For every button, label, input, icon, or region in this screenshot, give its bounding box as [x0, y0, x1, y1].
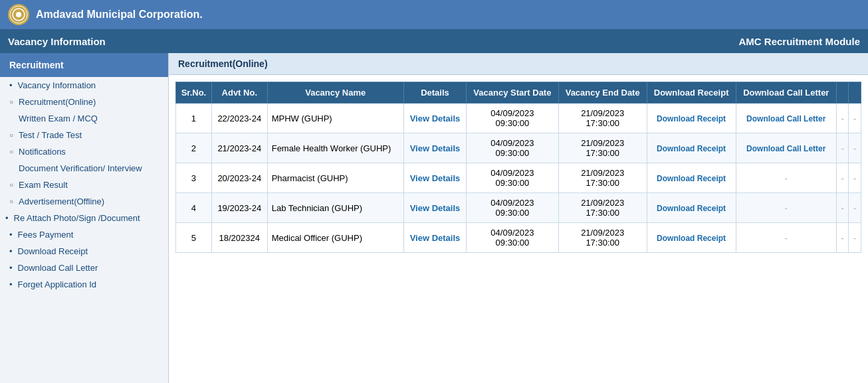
table-row: 1 22/2023-24 MPHW (GUHP) View Details 04…	[176, 104, 861, 133]
sidebar-item-written-exam[interactable]: Written Exam / MCQ	[0, 110, 168, 127]
main-title: Recruitment(Online)	[169, 53, 868, 75]
download-receipt-link[interactable]: Download Receipt	[657, 144, 726, 153]
sidebar-item-label: Re Attach Photo/Sign /Document	[14, 213, 140, 223]
sidebar: Recruitment Vacancy Information Recruitm…	[0, 53, 169, 383]
col-details: Details	[403, 82, 466, 104]
view-details-link[interactable]: View Details	[410, 173, 461, 183]
col-download-receipt: Download Receipt	[647, 82, 736, 104]
download-receipt-link[interactable]: Download Receipt	[657, 234, 726, 243]
table-row: 3 20/2023-24 Pharmacist (GUHP) View Deta…	[176, 163, 861, 193]
sidebar-item-label: Recruitment(Online)	[19, 97, 96, 107]
cell-start-date: 04/09/202309:30:00	[467, 223, 558, 253]
view-details-link[interactable]: View Details	[410, 233, 461, 243]
sidebar-heading: Recruitment	[0, 53, 168, 77]
nav-left-label: Vacancy Information	[8, 36, 106, 47]
cell-advt: 20/2023-24	[211, 163, 267, 193]
sidebar-item-label: Forget Application Id	[18, 279, 97, 289]
cell-details[interactable]: View Details	[403, 133, 466, 163]
sidebar-item-test-trade[interactable]: Test / Trade Test	[0, 127, 168, 143]
cell-download-receipt[interactable]: Download Receipt	[647, 223, 736, 253]
sidebar-item-label: Download Receipt	[18, 246, 88, 256]
cell-download-call: -	[736, 163, 836, 193]
download-call-link[interactable]: Download Call Letter	[746, 144, 825, 153]
cell-extra1: -	[837, 104, 849, 133]
cell-vacancy-name: Lab Technician (GUHP)	[267, 193, 403, 223]
cell-download-receipt[interactable]: Download Receipt	[647, 133, 736, 163]
nav-bar: Vacancy Information AMC Recruitment Modu…	[0, 29, 868, 53]
sidebar-item-label: Fees Payment	[18, 230, 74, 240]
download-receipt-link[interactable]: Download Receipt	[657, 174, 726, 183]
cell-download-receipt[interactable]: Download Receipt	[647, 193, 736, 223]
col-end-date: Vacancy End Date	[558, 82, 647, 104]
header: Amdavad Municipal Corporation.	[0, 0, 868, 29]
cell-download-call[interactable]: Download Call Letter	[736, 133, 836, 163]
sidebar-item-label: Advertisement(Offline)	[19, 196, 104, 206]
col-download-call: Download Call Letter	[736, 82, 836, 104]
sidebar-item-exam-result[interactable]: Exam Result	[0, 177, 168, 193]
logo	[8, 4, 29, 25]
cell-extra1: -	[837, 193, 849, 223]
cell-end-date: 21/09/202317:30:00	[558, 223, 647, 253]
cell-extra2: -	[849, 163, 861, 193]
sidebar-item-label: Written Exam / MCQ	[19, 114, 98, 123]
sidebar-item-label: Exam Result	[19, 180, 68, 190]
download-receipt-link[interactable]: Download Receipt	[657, 114, 726, 123]
cell-advt: 21/2023-24	[211, 133, 267, 163]
sidebar-item-reattach-photo[interactable]: Re Attach Photo/Sign /Document	[0, 210, 168, 226]
cell-extra2: -	[849, 223, 861, 253]
dash: -	[785, 173, 788, 183]
cell-download-call[interactable]: Download Call Letter	[736, 104, 836, 133]
nav-right-label: AMC Recruitment Module	[738, 36, 860, 47]
cell-end-date: 21/09/202317:30:00	[558, 133, 647, 163]
table-row: 2 21/2023-24 Female Health Worker (GUHP)…	[176, 133, 861, 163]
col-extra1	[837, 82, 849, 104]
cell-details[interactable]: View Details	[403, 104, 466, 133]
download-call-link[interactable]: Download Call Letter	[746, 114, 825, 123]
view-details-link[interactable]: View Details	[410, 203, 461, 213]
col-advt: Advt No.	[211, 82, 267, 104]
cell-details[interactable]: View Details	[403, 163, 466, 193]
table-row: 4 19/2023-24 Lab Technician (GUHP) View …	[176, 193, 861, 223]
cell-advt: 22/2023-24	[211, 104, 267, 133]
cell-vacancy-name: Pharmacist (GUHP)	[267, 163, 403, 193]
cell-extra1: -	[837, 163, 849, 193]
sidebar-item-label: Notifications	[19, 147, 66, 157]
cell-srno: 5	[176, 223, 212, 253]
cell-extra2: -	[849, 104, 861, 133]
cell-vacancy-name: MPHW (GUHP)	[267, 104, 403, 133]
view-details-link[interactable]: View Details	[410, 114, 461, 123]
cell-srno: 3	[176, 163, 212, 193]
cell-details[interactable]: View Details	[403, 223, 466, 253]
cell-download-receipt[interactable]: Download Receipt	[647, 163, 736, 193]
sidebar-item-label: Download Call Letter	[18, 263, 98, 273]
download-receipt-link[interactable]: Download Receipt	[657, 204, 726, 213]
sidebar-item-recruitment-online[interactable]: Recruitment(Online)	[0, 94, 168, 110]
cell-vacancy-name: Female Health Worker (GUHP)	[267, 133, 403, 163]
cell-start-date: 04/09/202309:30:00	[467, 163, 558, 193]
sidebar-item-fees-payment[interactable]: Fees Payment	[0, 226, 168, 243]
sidebar-item-label: Document Verification/ Interview	[19, 163, 142, 173]
table-row: 5 18/202324 Medical Officer (GUHP) View …	[176, 223, 861, 253]
sidebar-item-vacancy-info[interactable]: Vacancy Information	[0, 77, 168, 94]
main-content: Recruitment(Online) Sr.No. Advt No. Vaca…	[169, 53, 868, 383]
layout: Recruitment Vacancy Information Recruitm…	[0, 53, 868, 383]
sidebar-item-forget-application-id[interactable]: Forget Application Id	[0, 276, 168, 293]
cell-srno: 4	[176, 193, 212, 223]
sidebar-item-label: Test / Trade Test	[19, 130, 82, 140]
sidebar-item-advertisement-offline[interactable]: Advertisement(Offline)	[0, 193, 168, 210]
dash: -	[785, 233, 788, 243]
cell-advt: 19/2023-24	[211, 193, 267, 223]
cell-srno: 1	[176, 104, 212, 133]
cell-extra1: -	[837, 223, 849, 253]
cell-extra1: -	[837, 133, 849, 163]
view-details-link[interactable]: View Details	[410, 143, 461, 153]
cell-start-date: 04/09/202309:30:00	[467, 133, 558, 163]
sidebar-item-download-call-letter[interactable]: Download Call Letter	[0, 260, 168, 276]
cell-advt: 18/202324	[211, 223, 267, 253]
sidebar-item-notifications[interactable]: Notifications	[0, 143, 168, 160]
sidebar-item-doc-verification[interactable]: Document Verification/ Interview	[0, 160, 168, 177]
cell-details[interactable]: View Details	[403, 193, 466, 223]
sidebar-item-download-receipt[interactable]: Download Receipt	[0, 243, 168, 260]
cell-download-receipt[interactable]: Download Receipt	[647, 104, 736, 133]
cell-extra2: -	[849, 193, 861, 223]
